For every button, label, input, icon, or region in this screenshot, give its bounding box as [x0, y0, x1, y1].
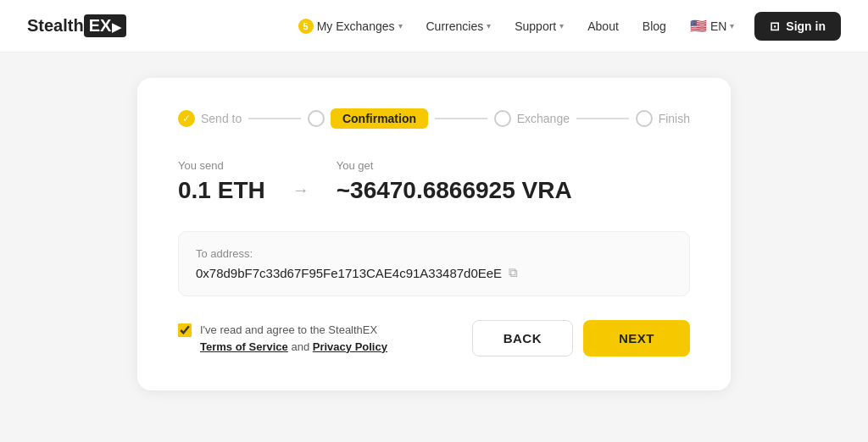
nav-currencies-label: Currencies	[426, 19, 484, 33]
logo-ex: EX▶	[84, 14, 127, 37]
step4-circle	[636, 110, 653, 127]
get-amount: ~36470.6866925 VRA	[337, 177, 572, 204]
terms-and: and	[291, 340, 312, 353]
footer-row: I've read and agree to the StealthEX Ter…	[178, 320, 690, 356]
nav-about[interactable]: About	[577, 14, 629, 38]
stepper: ✓ Send to Confirmation Exchange Finish	[178, 108, 690, 129]
main-nav: 5 My Exchanges ▾ Currencies ▾ Support ▾ …	[288, 12, 841, 41]
exchange-arrow-icon: →	[292, 180, 309, 200]
sign-in-button[interactable]: ⊡ Sign in	[754, 12, 841, 41]
step-confirmation: Confirmation	[308, 108, 428, 129]
copy-icon[interactable]: ⧉	[509, 265, 518, 280]
step-connector-2	[435, 118, 487, 119]
nav-support-label: Support	[515, 19, 556, 33]
get-col: You get ~36470.6866925 VRA	[337, 159, 572, 204]
main-card: ✓ Send to Confirmation Exchange Finish Y	[137, 78, 731, 390]
nav-about-label: About	[587, 19, 619, 33]
address-label: To address:	[196, 247, 672, 260]
step1-circle: ✓	[178, 110, 195, 127]
terms-intro: I've read and agree to the StealthEX	[200, 323, 377, 336]
terms-checkbox[interactable]	[178, 323, 192, 337]
next-button[interactable]: NEXT	[583, 320, 690, 356]
send-amount: 0.1 ETH	[178, 177, 265, 204]
address-section: To address: 0x78d9bF7c33d67F95Fe1713CAE4…	[178, 231, 690, 296]
send-label: You send	[178, 159, 265, 172]
step4-label: Finish	[659, 112, 690, 125]
nav-blog-label: Blog	[643, 19, 666, 33]
sign-in-icon: ⊡	[770, 19, 780, 33]
sign-in-label: Sign in	[786, 19, 826, 33]
step2-circle	[308, 110, 325, 127]
lang-chevron-icon: ▾	[730, 21, 734, 30]
address-value: 0x78d9bF7c33d67F95Fe1713CAE4c91A33487d0E…	[196, 265, 672, 280]
nav-my-exchanges[interactable]: 5 My Exchanges ▾	[288, 14, 413, 39]
nav-blog[interactable]: Blog	[632, 14, 676, 38]
step-send-to: ✓ Send to	[178, 110, 242, 127]
nav-language[interactable]: 🇺🇸 EN ▾	[680, 13, 744, 39]
support-chevron-icon: ▾	[559, 21, 564, 30]
exchanges-badge: 5	[298, 19, 314, 34]
privacy-policy-link[interactable]: Privacy Policy	[313, 340, 387, 353]
terms-of-service-link[interactable]: Terms of Service	[200, 340, 288, 353]
action-buttons: BACK NEXT	[472, 320, 690, 356]
step3-label: Exchange	[517, 112, 570, 125]
nav-currencies[interactable]: Currencies ▾	[416, 14, 502, 38]
back-button[interactable]: BACK	[472, 320, 573, 356]
terms-text: I've read and agree to the StealthEX Ter…	[200, 322, 387, 355]
exchanges-chevron-icon: ▾	[398, 21, 403, 30]
step-exchange: Exchange	[494, 110, 570, 127]
currencies-chevron-icon: ▾	[487, 21, 491, 30]
step-connector-3	[576, 118, 629, 119]
address-text: 0x78d9bF7c33d67F95Fe1713CAE4c91A33487d0E…	[196, 266, 502, 280]
logo[interactable]: StealthEX▶	[27, 14, 126, 37]
step-connector-1	[248, 118, 301, 119]
send-col: You send 0.1 ETH	[178, 159, 265, 204]
step3-circle	[494, 110, 511, 127]
step-finish: Finish	[636, 110, 690, 127]
terms-area: I've read and agree to the StealthEX Ter…	[178, 322, 387, 355]
get-label: You get	[337, 159, 572, 172]
step1-label: Send to	[201, 112, 242, 125]
exchange-info: You send 0.1 ETH → You get ~36470.686692…	[178, 159, 690, 204]
nav-lang-label: EN	[710, 19, 726, 33]
nav-exchanges-label: My Exchanges	[317, 19, 395, 33]
step2-label: Confirmation	[331, 108, 428, 129]
nav-support[interactable]: Support ▾	[504, 14, 574, 38]
flag-icon: 🇺🇸	[690, 18, 707, 34]
logo-text: Stealth	[27, 16, 84, 36]
